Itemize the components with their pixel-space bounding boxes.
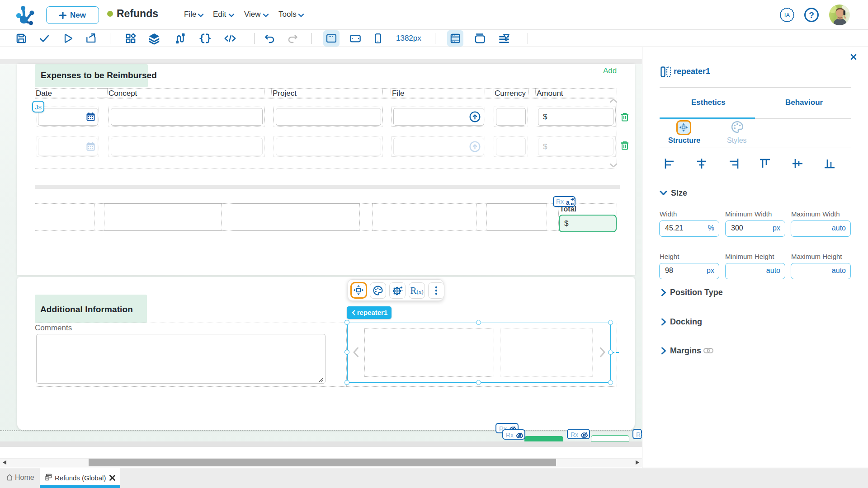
svg-text:?: ? xyxy=(809,10,814,20)
svg-text:IA: IA xyxy=(784,12,790,19)
svg-text:a: a xyxy=(566,199,570,206)
